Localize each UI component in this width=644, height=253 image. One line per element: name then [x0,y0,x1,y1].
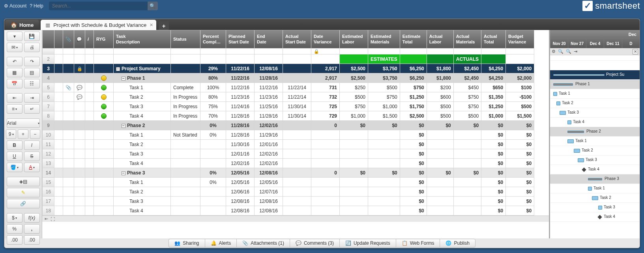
fill-color-button[interactable]: 🪣▾ [7,163,22,172]
table-row[interactable]: 16Task 212/06/1612/07/16$0$0$0 [43,187,534,197]
wrap-icon: ↵ [30,106,34,112]
tab-add-button[interactable]: + [159,21,169,30]
highlight-button[interactable]: ✎ [7,188,40,197]
table-row[interactable]: 3🔒−Project Summary29%11/22/1612/08/162,9… [43,64,534,73]
grid-view-button[interactable]: ▦ [7,68,22,77]
table-row[interactable]: 15Task 10%12/05/1612/05/16$0$0$0 [43,178,534,187]
footer-bar: 👥Sharing 🔔Alerts 📎Attachments (1) 💬Comme… [4,238,640,248]
toolbar-more-button[interactable]: ▾ [18,248,29,248]
bold-button[interactable]: B [7,141,22,150]
card-view-button[interactable]: ▤ [24,68,40,77]
text-color-button[interactable]: A▾ [24,163,40,172]
table-row[interactable]: 7Task 3In Progress75%11/24/1611/25/1611/… [43,102,534,111]
align-left-icon: ≡ [12,106,15,112]
cf-icon: ◈▤ [19,179,27,184]
zoom-out-icon[interactable]: 🔍 [558,49,564,54]
table-row[interactable]: 17Task 312/08/1612/08/16$0$0$0 [43,197,534,206]
gantt-view-button[interactable]: ☷ [24,79,40,88]
left-toolbar: ▾💾 ✉▾🖨 ↶↷ ▦▤ 📅☷ ⇤⇥ ≡▾↵ Arial▾ 9▾+− BI US… [4,30,42,238]
mail-icon: ✉ [11,45,15,50]
save-button[interactable]: ▾ [7,32,22,41]
home-icon: 🏠 [11,22,17,28]
help-link[interactable]: ?Help [30,3,43,9]
update-requests-button[interactable]: 🔄Update Requests [339,239,396,247]
outdent-button[interactable]: ⇤ [7,93,22,103]
font-select[interactable]: Arial▾ [7,118,40,128]
mail-button[interactable]: ✉▾ [7,43,22,52]
form-icon: 📋 [402,240,408,246]
go-today-icon[interactable]: ⇥ [574,49,577,54]
calendar-view-button[interactable]: 📅 [7,79,22,88]
indent-button[interactable]: ⇥ [24,93,40,103]
table-row[interactable]: 2ESTIMATESACTUALS [43,54,534,64]
thousands-button[interactable]: , [24,224,40,234]
table-row[interactable]: 8Task 4In Progress70%11/28/1611/28/1611/… [43,111,534,121]
tab-bar: 🏠Home ▦ Project with Schedule & Budget V… [4,19,640,30]
table-row[interactable]: 11Task 211/30/1612/01/16$0$0$0 [43,140,534,149]
tab-sheet[interactable]: ▦ Project with Schedule & Budget Varianc… [41,20,156,30]
tab-home[interactable]: 🏠Home [5,20,39,30]
gantt-row: Task 1 [550,184,640,193]
gantt-row: Task 4 [550,165,640,174]
print-icon: 🖨 [30,45,34,50]
align-left-button[interactable]: ≡▾ [7,104,22,114]
zoom-in-icon[interactable]: 🔍 [566,49,571,54]
table-row[interactable]: 18Task 412/08/1612/08/16$0$0$0 [43,206,534,216]
underline-button[interactable]: U [7,152,22,161]
font-smaller-button[interactable]: − [30,129,40,139]
search-icon: 🔍 [150,3,155,9]
table-row[interactable]: 12Task 312/01/1612/02/16$0$0$0 [43,149,534,159]
percent-button[interactable]: % [7,224,22,234]
refresh-icon: 🔄 [345,240,351,246]
gantt-close-button[interactable]: ✕ [633,49,638,54]
strike-button[interactable]: S [24,152,40,161]
status-dot [101,75,107,81]
status-dot [101,94,107,100]
sharing-button[interactable]: 👥Sharing [168,239,204,247]
lock-icon: 🔒 [77,66,82,71]
floppy-save-button[interactable]: 💾 [24,32,40,41]
italic-button[interactable]: I [24,141,40,150]
gantt-row: Task 1 [550,89,640,99]
undo-button[interactable]: ↶ [7,57,22,66]
table-row[interactable]: 13Task 412/02/1612/02/16$0$0$0 [43,159,534,168]
gantt-week: Dec 4 [586,39,604,48]
close-icon[interactable]: ✕ [150,22,153,28]
table-row[interactable]: 6💬Task 2In Progress80%11/23/1611/23/1611… [43,92,534,102]
table-row[interactable]: 14−Phase 30%12/05/1612/08/160$0$0$0$0$0$… [43,168,534,178]
wrap-button[interactable]: ↵ [24,104,40,114]
gear-icon[interactable]: ⚙ [552,49,556,54]
scroll-left-icon[interactable]: ⇤ [45,216,48,221]
redo-button[interactable]: ↷ [24,57,40,66]
gantt-row: Phase 2 [550,127,640,137]
table-row[interactable]: 5📎💬Task 1Complete100%11/22/1611/22/1611/… [43,83,534,92]
link-icon: 🔗 [20,201,26,206]
web-forms-button[interactable]: 📋Web Forms [396,239,440,247]
table-row[interactable]: 4−Phase 180%11/22/1611/28/162,917$2,500$… [43,73,534,83]
search-input[interactable] [49,3,148,9]
conditional-format-button[interactable]: ◈▤ [7,177,40,186]
publish-button[interactable]: 🌐Publish [440,239,475,247]
gantt-row: Task 3 [550,108,640,118]
gantt-row: Task 4 [550,118,640,127]
font-larger-button[interactable]: + [18,129,28,139]
gantt-row: Task 2 [550,193,640,203]
gantt-row: Phase 1 [550,80,640,89]
link-button[interactable]: 🔗 [7,199,40,208]
grid[interactable]: 📎💬iRYGTaskDescriptionStatusPercentCompl…… [42,30,549,238]
search-button[interactable]: 🔍 [148,2,158,10]
table-row[interactable]: 9−Phase 20%11/28/1612/02/160$0$0$0$0$0$0… [43,121,534,130]
table-row[interactable]: 10Task 1Not Started0%11/28/1611/29/16$0$… [43,130,534,140]
account-link[interactable]: ⚙Account [4,3,26,9]
fullscreen-icon[interactable]: ⛶ [51,217,55,221]
attachments-button[interactable]: 📎Attachments (1) [236,239,290,247]
alerts-button[interactable]: 🔔Alerts [205,239,237,247]
print-button[interactable]: 🖨 [24,43,40,52]
logo-mark-icon: ✓ [582,1,593,11]
gantt-panel: Dec Nov 20Nov 27Dec 4Dec 11D ⚙ 🔍 🔍 ⇥ ✕ P… [549,30,640,238]
formula-button[interactable]: f(x) [24,213,40,223]
comments-button[interactable]: 💬Comments (3) [290,239,339,247]
paperclip-icon: 📎 [66,85,71,90]
font-size-select[interactable]: 9▾ [6,129,16,139]
currency-button[interactable]: $▾ [7,213,22,223]
